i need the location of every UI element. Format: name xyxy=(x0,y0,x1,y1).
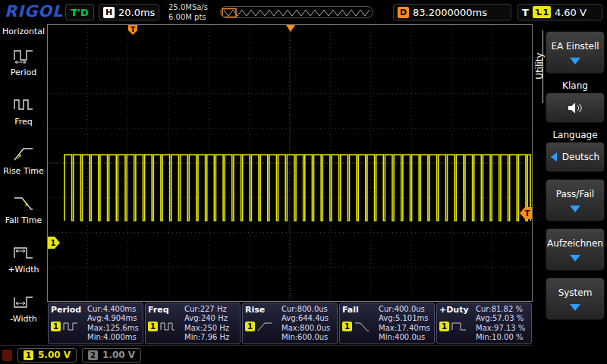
menu-item-pass-fail[interactable]: Pass/Fail xyxy=(546,179,605,221)
measurement-name: Period xyxy=(51,305,87,315)
chevron-down-icon xyxy=(570,255,580,262)
menu-item-label: Aufzeichnen xyxy=(547,238,603,249)
sidebar-item-label: Period xyxy=(11,67,36,77)
channel-status-bar: 1 5.00 V 2 1.00 V xyxy=(0,345,607,364)
d-badge: D xyxy=(398,7,409,18)
menu-item-label: EA Einstell xyxy=(551,41,599,52)
status-indicator xyxy=(2,350,12,361)
measurement-box-rise: Rise 1 Cur:800.0us Avg:644.4us Max:800.0… xyxy=(242,303,338,344)
menu-item-label: Pass/Fail xyxy=(556,189,594,199)
measurement-name: Rise xyxy=(245,305,281,315)
menu-item-system[interactable]: System xyxy=(546,278,605,320)
menu-item-label: System xyxy=(558,287,593,298)
period-glyph-icon xyxy=(63,321,78,332)
language-value: Deutsch xyxy=(562,152,599,162)
svg-text:T: T xyxy=(131,26,136,33)
measurement-name: Fall xyxy=(342,305,379,315)
measure-sidebar: Horizontal Period Freq Rise Time Fall Ti… xyxy=(0,24,47,345)
channel2-scale: 1.00 V xyxy=(102,350,135,360)
sound-value-box[interactable] xyxy=(546,93,605,123)
measurement-readout-row: Period 1 Cur:4.400ms Avg:4.904ms Max:125… xyxy=(47,302,533,345)
trigger-source-badge: 1 xyxy=(533,6,551,18)
sidebar-item-freq[interactable]: Freq xyxy=(0,86,47,136)
measurement-box-period: Period 1 Cur:4.400ms Avg:4.904ms Max:125… xyxy=(48,303,143,344)
sidebar-item-neg-width[interactable]: -Width xyxy=(0,284,47,333)
memory-waveform-preview xyxy=(221,8,373,18)
utility-menu: Utility EA Einstell Klang Language Deuts… xyxy=(533,24,607,364)
horizontal-scale-box: H 20.0ms xyxy=(99,4,159,20)
meas-min: Min:4.000ms xyxy=(87,333,140,342)
menu-item-ea-einstell[interactable]: EA Einstell xyxy=(546,31,605,74)
chevron-down-icon xyxy=(570,304,580,311)
freq-glyph-icon xyxy=(160,321,175,332)
memory-depth: 6.00M pts xyxy=(168,12,208,22)
sidebar-item-label: Freq xyxy=(14,117,33,127)
delay-value: 83.2000000ms xyxy=(413,7,487,18)
sidebar-item-label: +Width xyxy=(8,265,39,275)
menu-item-klang[interactable]: Klang xyxy=(546,80,605,123)
channel1-scale: 5.00 V xyxy=(38,350,71,360)
meas-cur: Cur:4.400ms xyxy=(87,305,140,314)
meas-max: Max:125.6ms xyxy=(87,324,140,333)
menu-item-label: Language xyxy=(546,130,605,140)
channel-badge: 1 xyxy=(148,322,158,331)
meas-max: Max:17.40ms xyxy=(379,324,432,333)
rise-time-icon xyxy=(12,145,35,163)
freq-icon xyxy=(12,96,35,114)
rigol-logo: RIGOL xyxy=(5,2,63,20)
measurement-name: Freq xyxy=(148,305,184,315)
menu-divider xyxy=(543,30,543,103)
duty-glyph-icon xyxy=(451,321,467,332)
menu-item-aufzeichnen[interactable]: Aufzeichnen xyxy=(546,228,605,271)
channel2-box[interactable]: 2 1.00 V xyxy=(82,348,141,362)
chevron-left-icon xyxy=(551,152,557,162)
channel1-box[interactable]: 1 5.00 V xyxy=(17,348,77,362)
meas-avg: Avg:240 Hz xyxy=(184,314,237,323)
chevron-down-icon xyxy=(570,58,580,64)
meas-min: Min:600.0us xyxy=(281,333,335,342)
measurement-name: +Duty xyxy=(439,305,476,315)
acquisition-info: 25.0MSa/s 6.00M pts xyxy=(168,2,208,22)
sidebar-item-period[interactable]: Period xyxy=(0,37,47,86)
meas-cur: Cur:400.0us xyxy=(379,305,432,314)
period-icon xyxy=(12,46,35,64)
sidebar-item-pos-width[interactable]: +Width xyxy=(0,234,47,284)
meas-cur: Cur:227 Hz xyxy=(184,305,237,314)
meas-max: Max:800.0us xyxy=(281,324,335,333)
channel-badge: 1 xyxy=(51,322,61,331)
scope-display[interactable]: T1T xyxy=(47,24,533,302)
sidebar-item-label: Fall Time xyxy=(5,215,42,225)
measurement-box-freq: Freq 1 Cur:227 Hz Avg:240 Hz Max:250 Hz … xyxy=(145,303,241,344)
meas-avg: Avg:644.4us xyxy=(281,314,335,323)
meas-max: Max:250 Hz xyxy=(184,324,237,333)
trigger-level-value: 4.60 V xyxy=(555,7,587,18)
sidebar-item-rise-time[interactable]: Rise Time xyxy=(0,136,47,185)
channel-badge: 1 xyxy=(342,322,352,331)
top-status-bar: RIGOL T'D H 20.0ms 25.0MSa/s 6.00M pts D… xyxy=(0,0,607,24)
channel-badge: 1 xyxy=(245,322,255,331)
waveform-grid: T1T xyxy=(47,24,533,302)
trigger-info-box: T 1 4.60 V xyxy=(517,4,602,20)
h-badge: H xyxy=(103,7,115,18)
meas-cur: Cur:800.0us xyxy=(281,305,335,314)
fall-glyph-icon xyxy=(354,321,370,332)
t-label: T xyxy=(522,7,529,18)
trigger-status-badge: T'D xyxy=(65,4,94,20)
falling-edge-icon xyxy=(535,8,543,17)
sound-on-icon xyxy=(567,102,583,115)
chevron-down-icon xyxy=(570,206,580,212)
menu-item-label: Klang xyxy=(546,80,605,91)
language-value-box[interactable]: Deutsch xyxy=(546,142,605,172)
channel1-badge: 1 xyxy=(24,350,33,360)
fall-time-icon xyxy=(12,194,35,212)
memory-position-bar xyxy=(220,6,373,18)
meas-avg: Avg:5.101ms xyxy=(379,314,432,323)
channel-badge: 1 xyxy=(439,322,449,331)
meas-avg: Avg:57.03 % xyxy=(476,314,529,323)
meas-cur: Cur:81.82 % xyxy=(476,305,529,314)
sidebar-item-fall-time[interactable]: Fall Time xyxy=(0,185,47,234)
pos-width-icon xyxy=(12,243,35,262)
menu-item-language[interactable]: Language Deutsch xyxy=(546,130,605,172)
channel2-badge: 2 xyxy=(88,350,98,360)
meas-min: Min:7.96 Hz xyxy=(184,333,237,342)
